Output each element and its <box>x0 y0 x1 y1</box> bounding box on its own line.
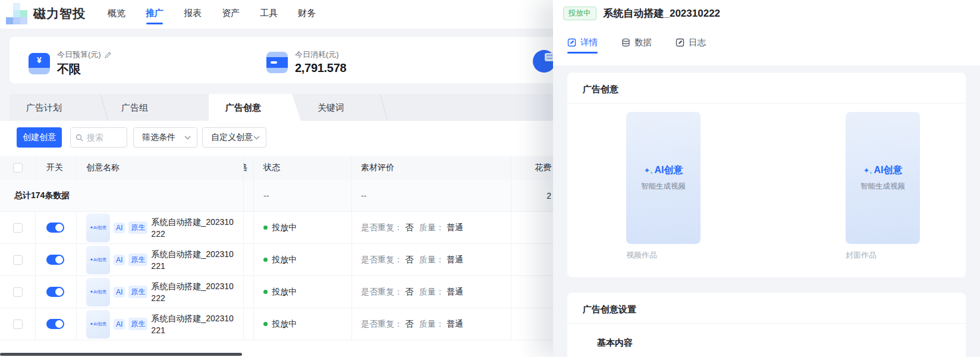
log-icon <box>676 38 684 47</box>
total-count: 总计174条数据 <box>0 180 244 211</box>
table-row: ✦AI创意 AI 原生 系统自动搭建_202310222 投放中 是否重复：否 … <box>0 276 571 308</box>
search-box[interactable] <box>70 127 127 148</box>
col-header-material: 素材评价 <box>352 156 511 180</box>
col-header-name: 创意名称 <box>77 156 244 180</box>
row-checkbox[interactable] <box>13 223 23 233</box>
row-checkbox[interactable] <box>13 320 23 329</box>
creative-thumbnail[interactable]: ✦AI创意 <box>86 214 110 242</box>
col-header-switch: 开关 <box>36 156 77 180</box>
ai-badge: AI <box>114 319 125 330</box>
creative-thumbnail[interactable]: ✦AI创意 <box>86 246 110 274</box>
creative-name[interactable]: 系统自动搭建_202310221 <box>151 248 234 272</box>
tab-ad-plan[interactable]: 广告计划 <box>10 94 105 121</box>
budget-stat: ¥ 今日预算(元) 不限 <box>29 49 112 77</box>
status-dot <box>263 322 268 326</box>
creative-switch-toggle[interactable] <box>46 319 64 329</box>
cost-label: 今日消耗(元) <box>295 49 339 60</box>
drawer-tabs: 详情 数据 日志 <box>567 37 706 57</box>
creative-name[interactable]: 系统自动搭建_202310222 <box>151 216 234 240</box>
video-work-caption: 视频作品 <box>626 250 701 261</box>
status-dot <box>263 258 268 262</box>
tab-ad-group[interactable]: 广告组 <box>105 94 209 121</box>
table-header-row: 开关 创意名称 格 状态 素材评价 花费 <box>0 156 571 180</box>
drawer-tab-data[interactable]: 数据 <box>621 37 652 57</box>
table-row: ✦AI创意 AI 原生 系统自动搭建_202310221 投放中 是否重复：否 … <box>0 244 571 276</box>
nav-item-finance[interactable]: 财务 <box>298 0 316 29</box>
search-input[interactable] <box>87 133 120 142</box>
creative-switch-toggle[interactable] <box>46 287 64 297</box>
col-header-clipped: 格 <box>244 156 254 180</box>
cost-value: 2,791.578 <box>295 61 346 75</box>
nav-item-promotion[interactable]: 推广 <box>146 0 164 29</box>
creative-thumbnail[interactable]: ✦AI创意 <box>86 310 110 339</box>
summary-material: -- <box>352 180 511 211</box>
search-icon <box>76 134 83 142</box>
sparkle-small-icon: ✦ <box>869 171 873 176</box>
cost-icon <box>266 52 288 73</box>
drawer-body: 广告创意 ✦✦ AI创意 智能生成视频 视频作品 <box>553 65 980 357</box>
row-checkbox[interactable] <box>13 255 23 265</box>
video-work-preview[interactable]: ✦✦ AI创意 智能生成视频 <box>626 112 701 244</box>
creative-table: 开关 创意名称 格 状态 素材评价 花费 总计174条数据 -- -- 2 ✦A… <box>0 156 571 340</box>
drawer-header: 投放中 系统自动搭建_202310222 详情 数据 <box>553 0 980 65</box>
database-icon <box>621 38 630 47</box>
creative-switch-toggle[interactable] <box>46 223 64 233</box>
basic-content-section-title: 基本内容 <box>567 324 966 349</box>
native-badge: 原生 <box>128 318 147 330</box>
table-row: ✦AI创意 AI 原生 系统自动搭建_202310221 投放中 是否重复：否 … <box>0 308 571 340</box>
status-text: 投放中 <box>272 223 297 233</box>
drawer-tab-log[interactable]: 日志 <box>676 37 706 57</box>
ai-badge: AI <box>114 255 125 265</box>
creative-thumbnail[interactable]: ✦AI创意 <box>86 278 110 306</box>
filter-select[interactable]: 筛选条件 <box>133 127 197 148</box>
summary-cost: 2 <box>511 180 556 211</box>
balance-icon <box>533 50 555 73</box>
settings-card-title: 广告创意设置 <box>567 293 966 323</box>
creative-name[interactable]: 系统自动搭建_202310222 <box>151 280 234 304</box>
creative-detail-drawer: 投放中 系统自动搭建_202310222 详情 数据 <box>553 0 980 357</box>
creative-settings-card: 广告创意设置 基本内容 <box>567 293 966 357</box>
budget-label: 今日预算(元) <box>57 49 101 60</box>
creative-card-title: 广告创意 <box>567 73 966 103</box>
nav-item-assets[interactable]: 资产 <box>222 0 240 29</box>
edit-budget-icon[interactable] <box>104 51 112 59</box>
col-header-cost: 花费 <box>511 156 556 180</box>
main-nav: 概览 推广 报表 资产 工具 财务 <box>108 0 316 29</box>
summary-status: -- <box>254 180 352 211</box>
row-checkbox[interactable] <box>13 287 23 297</box>
creative-switch-toggle[interactable] <box>46 255 64 265</box>
select-all-checkbox[interactable] <box>13 163 23 173</box>
status-badge: 投放中 <box>563 7 596 20</box>
native-badge: 原生 <box>128 286 147 298</box>
create-creative-button[interactable]: 创建创意 <box>17 127 62 148</box>
ai-creative-logo: ✦✦ AI创意 <box>644 164 683 177</box>
table-summary-row: 总计174条数据 -- -- 2 <box>0 180 571 212</box>
ai-creative-logo: ✦✦ AI创意 <box>863 164 903 177</box>
tab-keywords[interactable]: 关键词 <box>301 94 384 121</box>
ai-badge: AI <box>114 287 125 298</box>
brand-logo-icon <box>6 3 27 24</box>
native-badge: 原生 <box>128 253 147 266</box>
nav-item-tools[interactable]: 工具 <box>260 0 278 29</box>
status-text: 投放中 <box>272 319 297 330</box>
app-logo[interactable]: 磁力智投 <box>6 3 86 24</box>
custom-creative-select[interactable]: 自定义创意 <box>202 127 266 148</box>
horizontal-scrollbar[interactable] <box>0 353 242 356</box>
drawer-tab-detail[interactable]: 详情 <box>567 37 598 57</box>
chevron-down-icon <box>184 136 191 140</box>
ad-creative-card: 广告创意 ✦✦ AI创意 智能生成视频 视频作品 <box>567 73 966 277</box>
status-text: 投放中 <box>272 255 297 265</box>
nav-item-reports[interactable]: 报表 <box>184 0 202 29</box>
chevron-down-icon <box>253 136 260 140</box>
cover-work-preview[interactable]: ✦✦ AI创意 智能生成视频 <box>846 112 920 244</box>
creative-name[interactable]: 系统自动搭建_202310221 <box>151 312 234 336</box>
tab-ad-creative[interactable]: 广告创意 <box>209 94 301 121</box>
status-dot <box>263 226 268 230</box>
budget-icon: ¥ <box>29 53 50 74</box>
detail-edit-icon <box>567 38 576 47</box>
status-dot <box>263 290 268 294</box>
ai-badge: AI <box>114 223 125 233</box>
nav-item-overview[interactable]: 概览 <box>108 0 125 29</box>
budget-value: 不限 <box>57 61 112 77</box>
status-text: 投放中 <box>272 287 297 298</box>
